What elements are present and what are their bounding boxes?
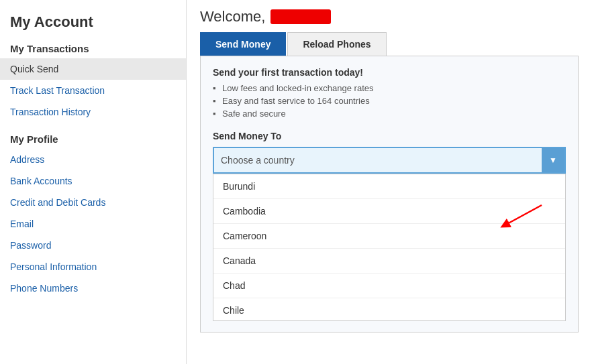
country-dropdown-wrapper: Choose a country ▼ Burundi Cambodia Came… <box>213 147 566 321</box>
sidebar: My Account My Transactions Quick Send Tr… <box>0 0 187 364</box>
country-item-chile[interactable]: Chile <box>213 298 565 321</box>
phone-numbers-link[interactable]: Phone Numbers <box>0 278 186 299</box>
bank-accounts-link[interactable]: Bank Accounts <box>0 170 186 192</box>
tab-reload-phones[interactable]: Reload Phones <box>287 32 386 56</box>
country-item-cambodia[interactable]: Cambodia <box>213 199 565 224</box>
promo-list: Low fees and locked-in exchange rates Ea… <box>213 83 566 119</box>
email-link[interactable]: Email <box>0 213 186 235</box>
sidebar-title: My Account <box>0 7 186 36</box>
send-money-to-label: Send Money To <box>213 131 566 141</box>
dropdown-placeholder-text: Choose a country <box>214 149 542 171</box>
main-content: Welcome, Send Money Reload Phones Send y… <box>187 0 592 364</box>
tab-content: Send your first transaction today! Low f… <box>200 56 579 332</box>
dropdown-chevron-icon: ▼ <box>549 156 557 165</box>
personal-info-link[interactable]: Personal Information <box>0 256 186 278</box>
country-item-cameroon[interactable]: Cameroon <box>213 224 565 249</box>
tab-bar: Send Money Reload Phones <box>200 32 579 56</box>
tab-send-money[interactable]: Send Money <box>200 32 286 56</box>
country-item-canada[interactable]: Canada <box>213 249 565 274</box>
country-dropdown-trigger[interactable]: Choose a country ▼ <box>213 147 566 174</box>
address-link[interactable]: Address <box>0 149 186 170</box>
promo-item-2: Easy and fast service to 164 countries <box>213 96 566 106</box>
welcome-text: Welcome, <box>200 8 265 25</box>
transactions-section-title: My Transactions <box>0 36 186 58</box>
arrow-container: Cameroon <box>213 224 565 249</box>
country-list[interactable]: Burundi Cambodia Cameroon Canada Chad <box>213 174 566 321</box>
dropdown-arrow-button[interactable]: ▼ <box>542 148 564 172</box>
username-redacted <box>270 9 331 24</box>
welcome-header: Welcome, <box>200 8 579 25</box>
track-last-transaction-link[interactable]: Track Last Transaction <box>0 80 186 101</box>
quick-send-item[interactable]: Quick Send <box>0 58 186 80</box>
profile-section-title: My Profile <box>0 127 186 149</box>
promo-item-1: Low fees and locked-in exchange rates <box>213 83 566 93</box>
promo-item-3: Safe and secure <box>213 109 566 119</box>
promo-title: Send your first transaction today! <box>213 67 566 78</box>
password-link[interactable]: Password <box>0 235 186 256</box>
credit-debit-link[interactable]: Credit and Debit Cards <box>0 192 186 213</box>
country-item-burundi[interactable]: Burundi <box>213 174 565 199</box>
transaction-history-link[interactable]: Transaction History <box>0 101 186 123</box>
country-item-chad[interactable]: Chad <box>213 274 565 298</box>
